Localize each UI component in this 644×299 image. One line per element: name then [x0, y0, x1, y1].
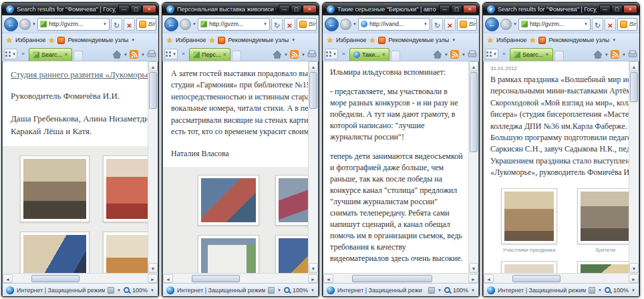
scrollbar-thumb[interactable] [630, 72, 638, 102]
rss-feed-icon[interactable] [450, 50, 460, 59]
refresh-button[interactable]: ↻ [432, 18, 443, 31]
home-icon[interactable] [273, 50, 282, 59]
close-button[interactable]: ✕ [303, 5, 317, 13]
zoom-dropdown[interactable]: ▼ [471, 288, 475, 292]
quick-tabs-dropdown[interactable]: ▼ [493, 52, 497, 56]
horizontal-scrollbar[interactable]: ◄ ► [483, 273, 639, 283]
painting-thumbnail[interactable] [198, 235, 259, 273]
refresh-button[interactable]: ↻ [592, 18, 603, 31]
scrollbar-thumb[interactable] [309, 72, 317, 109]
feeds-dropdown[interactable]: ▼ [622, 53, 626, 57]
tab-close-icon[interactable]: ✕ [64, 52, 68, 57]
tab-list-button[interactable]: « [339, 49, 348, 59]
stop-button[interactable]: ✕ [605, 18, 616, 31]
painting-thumbnail[interactable] [198, 175, 259, 226]
add-favorite-icon[interactable]: ★ [530, 36, 536, 45]
scroll-down-arrow[interactable]: ▼ [629, 263, 639, 273]
status-dropdown[interactable]: ▼ [598, 288, 602, 292]
address-bar[interactable]: http://gvzm... ▼ [37, 18, 110, 31]
search-box[interactable]: Bing [617, 18, 637, 31]
scroll-up-arrow[interactable]: ▲ [148, 61, 158, 71]
photo-thumbnail[interactable] [501, 261, 557, 273]
home-dropdown[interactable]: ▼ [444, 53, 448, 57]
tab-list-button[interactable]: « [500, 49, 508, 59]
favorites-button[interactable]: Избранное [336, 37, 367, 43]
refresh-button[interactable]: ↻ [111, 18, 122, 31]
scroll-left-arrow[interactable]: ◄ [3, 274, 13, 283]
scrollbar-thumb[interactable] [470, 72, 478, 152]
quick-tabs-button[interactable]: ▼ [485, 49, 498, 59]
rss-feed-icon[interactable] [611, 50, 620, 59]
active-tab[interactable]: Перс... ✕ [189, 48, 230, 61]
maximize-button[interactable]: ▢ [451, 5, 462, 13]
minimize-button[interactable]: — [118, 5, 130, 13]
add-favorite-icon[interactable]: ★ [369, 36, 376, 45]
scroll-down-arrow[interactable]: ▼ [469, 263, 478, 273]
home-dropdown[interactable]: ▼ [605, 53, 609, 57]
add-favorite-icon[interactable]: ★ [209, 36, 216, 45]
forward-button[interactable]: → [340, 19, 351, 30]
horizontal-scrollbar[interactable]: ◄ ► [323, 273, 479, 283]
suggested-sites-button[interactable]: Рекомендуемые узлы [228, 37, 289, 43]
painting-thumbnail[interactable] [275, 175, 308, 226]
suggested-sites-dropdown[interactable]: ▼ [612, 38, 616, 42]
search-box[interactable]: Bing [457, 18, 477, 31]
zoom-level[interactable]: 100% [132, 287, 148, 294]
active-tab[interactable]: Searc... ✕ [510, 48, 553, 61]
minimize-button[interactable]: — [599, 5, 611, 13]
tab-close-icon[interactable]: ✕ [382, 52, 386, 57]
tab-list-button[interactable]: « [19, 49, 27, 59]
protected-mode-icon[interactable] [589, 287, 595, 294]
status-dropdown[interactable]: ▼ [117, 288, 121, 292]
tab-close-icon[interactable]: ✕ [222, 52, 226, 57]
home-dropdown[interactable]: ▼ [124, 53, 128, 57]
favorites-button[interactable]: Избранное [496, 37, 527, 43]
active-tab[interactable]: Searc... ✕ [29, 48, 72, 61]
close-button[interactable]: ✕ [142, 5, 156, 13]
photo-thumbnail[interactable] [577, 261, 629, 273]
scroll-left-arrow[interactable]: ◄ [484, 274, 494, 283]
minimize-button[interactable]: — [439, 5, 450, 13]
scrollbar-thumb[interactable] [352, 275, 432, 282]
address-dropdown[interactable]: ▼ [584, 22, 588, 26]
back-button[interactable]: ← [485, 17, 499, 31]
feeds-dropdown[interactable]: ▼ [462, 53, 466, 57]
stop-button[interactable]: ✕ [444, 18, 456, 31]
search-box[interactable]: Bing [297, 18, 317, 31]
quick-tabs-dropdown[interactable]: ▼ [12, 52, 16, 56]
new-tab-button[interactable] [232, 51, 241, 61]
scrollbar-thumb[interactable] [192, 275, 240, 282]
painting-thumbnail[interactable] [275, 235, 308, 273]
close-button[interactable]: ✕ [623, 5, 637, 13]
recent-pages-dropdown[interactable]: ▼ [353, 22, 357, 26]
new-tab-button[interactable] [73, 51, 83, 61]
recent-pages-dropdown[interactable]: ▼ [192, 22, 196, 26]
zoom-dropdown[interactable]: ▼ [631, 288, 635, 292]
address-bar[interactable]: http://gvzm... ▼ [518, 18, 591, 31]
maximize-button[interactable]: ▢ [130, 5, 142, 13]
protected-mode-icon[interactable] [108, 287, 114, 294]
search-box[interactable]: Bing [136, 18, 156, 31]
protected-mode-icon[interactable] [268, 287, 275, 294]
title-bar[interactable]: e Такие серьезные "Бирюльки" | автош ш..… [323, 3, 479, 15]
protected-mode-icon[interactable] [428, 287, 435, 294]
printer-icon[interactable] [628, 50, 637, 59]
quick-tabs-button[interactable]: ▼ [325, 49, 338, 59]
zoom-level[interactable]: 100% [453, 287, 468, 294]
recent-pages-dropdown[interactable]: ▼ [513, 22, 517, 26]
rss-feed-icon[interactable] [290, 50, 299, 59]
zoom-level[interactable]: 100% [293, 287, 308, 294]
title-bar[interactable]: e Search results for "Фомичева" | Госуда… [2, 3, 158, 15]
scroll-right-arrow[interactable]: ► [308, 274, 318, 283]
suggested-sites-dropdown[interactable]: ▼ [452, 38, 456, 42]
suggested-sites-button[interactable]: Рекомендуемые узлы [548, 37, 609, 43]
address-dropdown[interactable]: ▼ [263, 22, 267, 26]
scroll-down-arrow[interactable]: ▼ [309, 263, 318, 273]
zoom-level[interactable]: 100% [613, 287, 629, 294]
suggested-sites-dropdown[interactable]: ▼ [291, 38, 295, 42]
close-button[interactable]: ✕ [463, 5, 477, 13]
scrollbar-thumb[interactable] [149, 72, 157, 109]
home-icon[interactable] [112, 50, 122, 59]
home-dropdown[interactable]: ▼ [284, 53, 288, 57]
scroll-left-arrow[interactable]: ◄ [323, 274, 333, 283]
